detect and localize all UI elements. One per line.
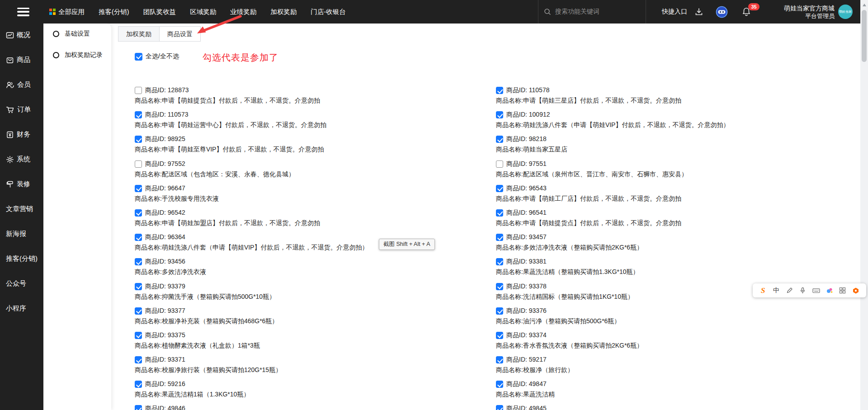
sidebar-item-goods[interactable]: 商品 bbox=[0, 47, 43, 72]
product-checkbox[interactable] bbox=[496, 160, 503, 168]
product-checkbox[interactable] bbox=[135, 332, 142, 339]
chinese-mode-icon[interactable]: 中 bbox=[771, 286, 781, 296]
product-checkbox[interactable] bbox=[135, 136, 142, 143]
product-item: 商品ID: 93378 商品名称:洗洁精国标（整箱购买请拍1KG*10瓶） bbox=[496, 283, 729, 307]
product-item: 商品ID: 93374 商品名称:香水香氛洗衣液（整箱购买请拍2KG*6瓶） bbox=[496, 331, 729, 356]
topbar-menu-item[interactable]: 门店-收银台 bbox=[311, 8, 345, 16]
product-checkbox[interactable] bbox=[496, 234, 503, 241]
select-all-label: 全选/全不选 bbox=[146, 52, 179, 61]
product-checkbox[interactable] bbox=[135, 209, 142, 217]
product-list-right: 商品ID: 110578 商品名称:申请【萌娃三星店】付款后，不退款，不退货。介… bbox=[496, 86, 729, 410]
product-item: 商品ID: 49847 商品名称:果蔬洗洁精 bbox=[496, 380, 729, 405]
topbar-menu-item[interactable]: 团队奖收益 bbox=[143, 8, 176, 16]
product-name: 商品名称:手洗校服专用洗衣液 bbox=[135, 195, 368, 203]
ai-robot-icon[interactable] bbox=[716, 0, 728, 24]
sidebar-item-decorate[interactable]: 装修 bbox=[0, 172, 43, 197]
toolbox-icon[interactable] bbox=[851, 286, 861, 296]
product-checkbox[interactable] bbox=[135, 356, 142, 363]
sogou-logo-icon[interactable]: S bbox=[758, 286, 768, 296]
sidebar-item-official-account[interactable]: 公众号 bbox=[0, 271, 43, 296]
product-item: 商品ID: 93377 商品名称:校服净补充装（整箱购买请拍468G*6瓶） bbox=[135, 307, 368, 331]
sidebar-item-new-poster[interactable]: 新海报 bbox=[0, 221, 43, 246]
sidebar-item-members[interactable]: 会员 bbox=[0, 72, 43, 97]
skin-grid-icon[interactable] bbox=[838, 286, 848, 296]
product-name: 商品名称:校服净补充装（整箱购买请拍468G*6瓶） bbox=[135, 317, 368, 325]
product-checkbox[interactable] bbox=[496, 332, 503, 339]
product-checkbox[interactable] bbox=[135, 111, 142, 118]
submenu-item-basic-settings[interactable]: 基础设置 bbox=[43, 29, 111, 38]
product-checkbox[interactable] bbox=[496, 87, 503, 94]
submenu-item-weighted-reward-records[interactable]: 加权奖励记录 bbox=[43, 51, 111, 60]
product-checkbox[interactable] bbox=[496, 258, 503, 265]
topbar-menu-item[interactable]: 加权奖励 bbox=[270, 8, 297, 16]
product-name: 商品名称:配送区域（泉州市区、晋江市、南安市、石狮市、惠安县） bbox=[496, 170, 729, 179]
product-checkbox[interactable] bbox=[496, 283, 503, 290]
product-id: 商品ID: 93457 bbox=[506, 233, 547, 241]
product-checkbox[interactable] bbox=[496, 356, 503, 363]
mic-icon[interactable] bbox=[798, 286, 808, 296]
members-icon bbox=[6, 81, 14, 89]
sidebar-item-overview[interactable]: 概况 bbox=[0, 23, 43, 47]
orders-icon bbox=[6, 106, 14, 114]
product-checkbox[interactable] bbox=[496, 111, 503, 118]
product-checkbox[interactable] bbox=[135, 160, 142, 168]
tab-goods-settings[interactable]: 商品设置 bbox=[160, 26, 201, 42]
pen-icon[interactable] bbox=[784, 286, 794, 296]
topbar-menu-item[interactable]: 推客(分销) bbox=[99, 8, 129, 16]
product-checkbox[interactable] bbox=[135, 307, 142, 315]
product-item: 商品ID: 96364 商品名称:萌娃洗涤八件套（申请【萌娃VIP】付款后，不退… bbox=[135, 233, 368, 258]
product-checkbox[interactable] bbox=[135, 234, 142, 241]
tab-weighted-reward[interactable]: 加权奖励 bbox=[118, 26, 160, 42]
product-checkbox[interactable] bbox=[135, 405, 142, 410]
avatar[interactable]: 萌娃当家 bbox=[838, 5, 853, 19]
product-item: 商品ID: 97552 商品名称:配送区域（包含地区：安溪、永春、德化县城） bbox=[135, 160, 368, 184]
input-method-toolbar: S 中 bbox=[753, 283, 866, 297]
product-id: 商品ID: 93376 bbox=[506, 307, 547, 315]
product-checkbox[interactable] bbox=[496, 209, 503, 217]
product-name: 商品名称:萌娃洗涤八件套（申请【萌娃VIP】付款后，不退款，不退货。介意勿拍） bbox=[135, 244, 368, 252]
product-id: 商品ID: 93378 bbox=[506, 283, 547, 291]
product-item: 商品ID: 128873 商品名称:申请【萌娃提货点】付款后，不退款，不退货。介… bbox=[135, 86, 368, 111]
product-id: 商品ID: 49847 bbox=[506, 380, 547, 388]
product-item: 商品ID: 93375 商品名称:植物酵素洗衣液（礼盒款）1箱*3瓶 bbox=[135, 331, 368, 356]
product-name: 商品名称:校服净旅行装（整箱购买请拍120G*15瓶） bbox=[135, 366, 368, 374]
keyboard-icon[interactable] bbox=[811, 286, 821, 296]
account-info[interactable]: 萌娃当家官方商城 平台管理员 bbox=[768, 0, 835, 24]
topbar-menu-item[interactable]: 区域奖励 bbox=[190, 8, 216, 16]
product-id: 商品ID: 96541 bbox=[506, 209, 547, 217]
emoji-magic-icon[interactable] bbox=[825, 286, 835, 296]
sidebar-item-orders[interactable]: 订单 bbox=[0, 97, 43, 122]
search-input[interactable]: 搜索功能关键词 bbox=[544, 0, 599, 24]
product-checkbox[interactable] bbox=[135, 381, 142, 388]
product-item: 商品ID: 59216 商品名称:果蔬洗洁精1箱（1.3KG*10瓶） bbox=[135, 380, 368, 405]
select-all-checkbox[interactable] bbox=[135, 53, 142, 61]
radio-icon bbox=[53, 31, 59, 37]
product-id: 商品ID: 110578 bbox=[506, 86, 549, 94]
sidebar-item-finance[interactable]: 财务 bbox=[0, 122, 43, 147]
product-id: 商品ID: 97551 bbox=[506, 160, 547, 168]
product-checkbox[interactable] bbox=[496, 136, 503, 143]
product-checkbox[interactable] bbox=[135, 258, 142, 265]
sidebar-item-article-marketing[interactable]: 文章营销 bbox=[0, 197, 43, 221]
hamburger-menu-icon[interactable] bbox=[17, 8, 29, 16]
topbar-menu-item[interactable]: 业绩奖励 bbox=[230, 8, 256, 16]
sidebar-item-system[interactable]: 系统 bbox=[0, 147, 43, 172]
product-checkbox[interactable] bbox=[135, 185, 142, 192]
quick-entry-button[interactable]: 快捷入口 bbox=[662, 0, 687, 24]
product-checkbox[interactable] bbox=[135, 283, 142, 290]
product-checkbox[interactable] bbox=[496, 405, 503, 410]
product-checkbox[interactable] bbox=[496, 185, 503, 192]
sidebar-item-mini-program[interactable]: 小程序 bbox=[0, 296, 43, 321]
scroll-up-arrow-icon[interactable] bbox=[863, 4, 866, 6]
product-name: 商品名称:申请【萌娃至尊VIP】付款后，不退款，不退货。介意勿拍 bbox=[135, 146, 368, 154]
goods-icon bbox=[6, 56, 14, 64]
download-icon[interactable] bbox=[694, 0, 703, 24]
topbar-item-all-apps[interactable]: 全部应用 bbox=[49, 8, 85, 16]
system-icon bbox=[6, 156, 14, 164]
product-checkbox[interactable] bbox=[496, 307, 503, 315]
product-checkbox[interactable] bbox=[496, 381, 503, 388]
scrollbar-thumb[interactable] bbox=[862, 10, 867, 62]
vertical-scrollbar[interactable] bbox=[860, 0, 868, 410]
product-checkbox[interactable] bbox=[135, 87, 142, 94]
sidebar-item-distribution[interactable]: 推客(分销) bbox=[0, 246, 43, 271]
